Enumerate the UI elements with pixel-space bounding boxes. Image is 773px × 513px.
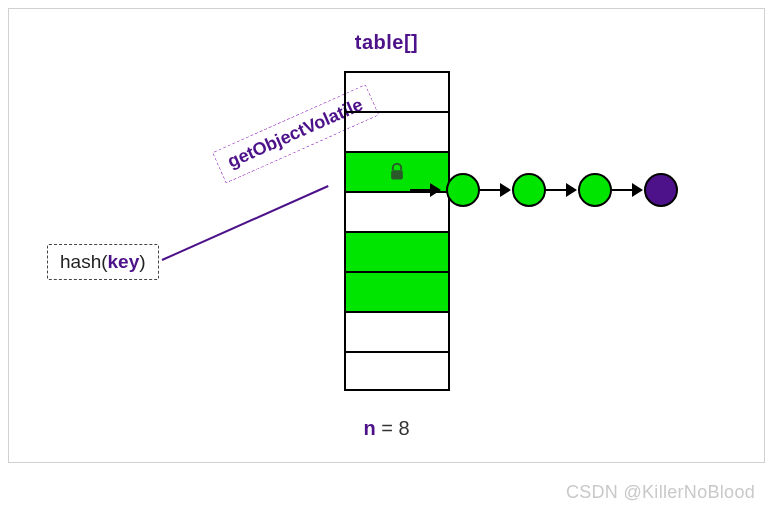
hash-table-array — [344, 71, 450, 391]
n-value: = 8 — [376, 417, 410, 439]
chain-node-0 — [446, 173, 480, 207]
n-caption: n = 8 — [363, 417, 409, 440]
hash-prefix: hash( — [60, 251, 108, 272]
bucket-to-chain-arrow — [410, 173, 442, 207]
hash-suffix: ) — [139, 251, 145, 272]
chain-node-1 — [512, 173, 546, 207]
hash-to-bucket-line — [162, 185, 329, 261]
chain-arrow-2 — [612, 173, 644, 207]
watermark-text: CSDN @KillerNoBlood — [566, 482, 755, 503]
table-slot-4 — [346, 231, 448, 271]
table-slot-5 — [346, 271, 448, 311]
hash-key-text: key — [108, 251, 140, 272]
n-var: n — [363, 417, 375, 439]
table-slot-0 — [346, 71, 448, 111]
table-slot-1 — [346, 111, 448, 151]
chain-node-2 — [578, 173, 612, 207]
chain-node-3 — [644, 173, 678, 207]
table-slot-7 — [346, 351, 448, 391]
lock-icon — [387, 161, 407, 183]
table-slot-6 — [346, 311, 448, 351]
diagram-frame: table[] hash(key) getObjectVolatile n = … — [8, 8, 765, 463]
hash-key-box: hash(key) — [47, 244, 159, 280]
chain-arrow-0 — [480, 173, 512, 207]
table-title: table[] — [355, 31, 419, 54]
linked-list-chain — [446, 173, 678, 207]
chain-arrow-1 — [546, 173, 578, 207]
svg-rect-0 — [391, 170, 403, 179]
